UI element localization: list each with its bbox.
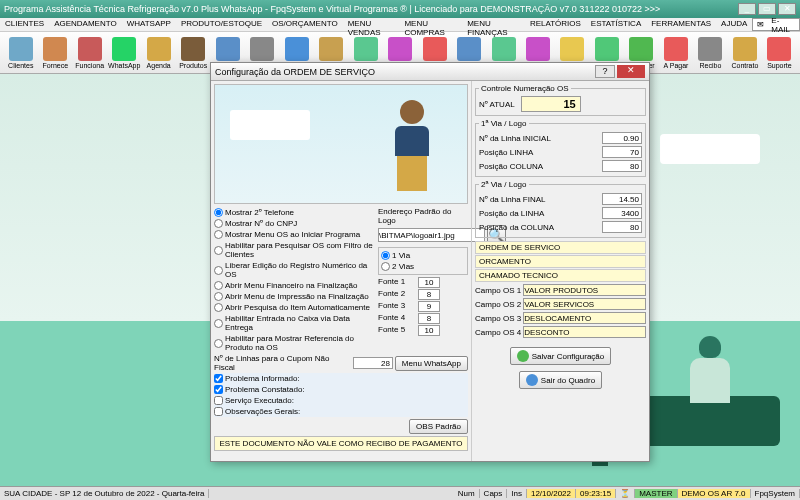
menu os-icon (285, 37, 309, 61)
check-3[interactable] (214, 407, 223, 416)
fornece-icon (43, 37, 67, 61)
dialog-help-button[interactable]: ? (595, 65, 615, 78)
fonte2-input[interactable] (418, 289, 440, 300)
menu-whatsapp-button[interactable]: Menu WhatsApp (395, 356, 468, 371)
status-caps: Caps (480, 489, 508, 498)
menu-menu finanças[interactable]: MENU FINANÇAS (462, 18, 525, 31)
check-1[interactable] (214, 385, 223, 394)
opt-radio-7[interactable] (214, 303, 223, 312)
fonte1-input[interactable] (418, 277, 440, 288)
via2-radio[interactable] (381, 262, 390, 271)
relatório-icon (526, 37, 550, 61)
obs-padrao-button[interactable]: OBS Padrão (409, 419, 468, 434)
toolbar-a pagar[interactable]: A Pagar (659, 34, 692, 71)
receber-icon (629, 37, 653, 61)
via1-radio[interactable] (381, 251, 390, 260)
status-fpq: FpqSystem (751, 489, 800, 498)
fonte4-input[interactable] (418, 313, 440, 324)
status-num: Num (454, 489, 480, 498)
toolbar-produtos[interactable]: Produtos (176, 34, 209, 71)
campo-os-1-input[interactable] (523, 284, 646, 296)
campo-os-4-input[interactable] (523, 326, 646, 338)
pos-col1-input[interactable] (602, 160, 642, 172)
toolbar-contrato[interactable]: Contrato (728, 34, 761, 71)
toolbar-clientes[interactable]: Clientes (4, 34, 37, 71)
via2-group: 2ª Via / Logo Nº da Linha FINAL Posição … (475, 180, 646, 238)
config-os-dialog: Configuração da ORDEM DE SERVIÇO ? ✕ Mos… (210, 62, 650, 462)
close-button[interactable]: ✕ (778, 3, 796, 15)
exit-button[interactable]: Sair do Quadro (519, 371, 602, 389)
pos-linha2-input[interactable] (602, 207, 642, 219)
opt-radio-6[interactable] (214, 292, 223, 301)
menu-produto/estoque[interactable]: PRODUTO/ESTOQUE (176, 18, 267, 31)
opt-radio-1[interactable] (214, 219, 223, 228)
via1-group: 1ª Via / Logo Nº da Linha INICIAL Posiçã… (475, 119, 646, 177)
toolbar-recibo[interactable]: Recibo (694, 34, 727, 71)
toolbar-agenda[interactable]: Agenda (142, 34, 175, 71)
dialog-title: Configuração da ORDEM DE SERVIÇO (215, 67, 375, 77)
pesquisa-icon (457, 37, 481, 61)
menu-agendamento[interactable]: AGENDAMENTO (49, 18, 122, 31)
menu-menu compras[interactable]: MENU COMPRAS (399, 18, 462, 31)
status-master: MASTER (635, 489, 677, 498)
fonte3-input[interactable] (418, 301, 440, 312)
opt-radio-4[interactable] (214, 266, 223, 275)
toolbar-whatsapp[interactable]: WhatsApp (107, 34, 140, 71)
campo-os-3-input[interactable] (523, 312, 646, 324)
n-atual-label: Nº ATUAL (479, 100, 515, 109)
window-title: Programa Assistência Técnica Refrigeraçã… (4, 4, 660, 14)
menu-clientes[interactable]: CLIENTES (0, 18, 49, 31)
status-time: 09:23:15 (576, 489, 616, 498)
menu-menu vendas[interactable]: MENU VENDAS (343, 18, 400, 31)
vendas-icon (423, 37, 447, 61)
clientes-icon (9, 37, 33, 61)
menu-ferramentas[interactable]: FERRAMENTAS (646, 18, 716, 31)
controle-numeracao-group: Controle Numeração OS Nº ATUAL 15 (475, 84, 646, 116)
suporte-icon (767, 37, 791, 61)
n-atual-value: 15 (521, 96, 581, 112)
opt-radio-0[interactable] (214, 208, 223, 217)
maximize-button[interactable]: ▭ (758, 3, 776, 15)
menu-ajuda[interactable]: AJUDA (716, 18, 752, 31)
contrato-icon (733, 37, 757, 61)
status-ins: Ins (507, 489, 527, 498)
fonte5-input[interactable] (418, 325, 440, 336)
dialog-close-button[interactable]: ✕ (617, 65, 645, 78)
menu-os/orçamento[interactable]: OS/ORÇAMENTO (267, 18, 343, 31)
produtos-icon (181, 37, 205, 61)
check-2[interactable] (214, 396, 223, 405)
aparelho-icon (250, 37, 274, 61)
recibo-icon (698, 37, 722, 61)
menu-relatórios[interactable]: RELATÓRIOS (525, 18, 586, 31)
opt-radio-5[interactable] (214, 281, 223, 290)
pos-col2-input[interactable] (602, 221, 642, 233)
cupom-lines-input[interactable] (353, 357, 393, 369)
a pagar-icon (664, 37, 688, 61)
cupom-lines-label: Nº de Linhas para o Cupom Não Fiscal (214, 354, 351, 372)
status-location: SUA CIDADE - SP 12 de Outubro de 2022 - … (0, 489, 209, 498)
opt-radio-8[interactable] (214, 319, 223, 328)
toolbar-funciona[interactable]: Funciona (73, 34, 106, 71)
linha-final-input[interactable] (602, 193, 642, 205)
toolbar-fornece[interactable]: Fornece (38, 34, 71, 71)
relatório-icon (388, 37, 412, 61)
toolbar-suporte[interactable]: Suporte (763, 34, 796, 71)
pos-linha1-input[interactable] (602, 146, 642, 158)
doc-type-chamado-tecnico[interactable]: CHAMADO TECNICO (475, 269, 646, 282)
pesquisa-icon (319, 37, 343, 61)
opt-radio-9[interactable] (214, 339, 223, 348)
agenda-icon (147, 37, 171, 61)
save-config-button[interactable]: Salvar Configuração (510, 347, 611, 365)
linha-inicial-input[interactable] (602, 132, 642, 144)
email-button[interactable]: ✉ E-MAIL (752, 18, 800, 31)
check-0[interactable] (214, 374, 223, 383)
menu-whatsapp[interactable]: WHATSAPP (122, 18, 176, 31)
doc-type-orcamento[interactable]: ORCAMENTO (475, 255, 646, 268)
logo-path-input[interactable] (378, 228, 485, 242)
menu-estatística[interactable]: ESTATÍSTICA (586, 18, 646, 31)
opt-radio-3[interactable] (214, 246, 223, 255)
minimize-button[interactable]: _ (738, 3, 756, 15)
opt-radio-2[interactable] (214, 230, 223, 239)
doc-type-ordem-de-servico[interactable]: ORDEM DE SERVICO (475, 241, 646, 254)
campo-os-2-input[interactable] (523, 298, 646, 310)
